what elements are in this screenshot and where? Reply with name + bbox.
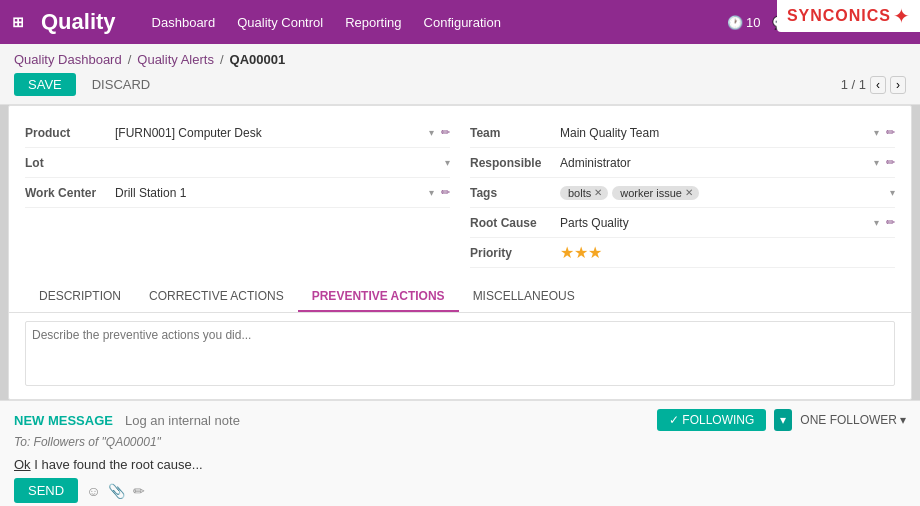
workcenter-field-row: Work Center Drill Station 1 ▾ ✏ [25,178,450,208]
team-edit-icon[interactable]: ✏ [886,126,895,139]
product-edit-icon[interactable]: ✏ [441,126,450,139]
responsible-value-wrapper: Administrator ▾ ✏ [560,156,895,170]
tags-dropdown-icon[interactable]: ▾ [890,187,895,198]
responsible-dropdown-icon[interactable]: ▾ [874,157,879,168]
rootcause-field-row: Root Cause Parts Quality ▾ ✏ [470,208,895,238]
one-follower-label: ONE FOLLOWER [800,413,897,427]
breadcrumb: Quality Dashboard / Quality Alerts / QA0… [0,44,920,67]
team-dropdown-icon[interactable]: ▾ [874,127,879,138]
log-note-button[interactable]: Log an internal note [125,413,240,428]
attachment-icon[interactable]: 📎 [108,483,125,499]
message-input-area: Ok I have found the root cause... [14,457,906,472]
rootcause-label: Root Cause [470,216,560,230]
lot-label: Lot [25,156,115,170]
workcenter-edit-icon[interactable]: ✏ [441,186,450,199]
send-bar: SEND ☺ 📎 ✏ [14,478,906,503]
grid-icon: ⊞ [12,14,23,30]
breadcrumb-parent[interactable]: Quality Alerts [137,52,214,67]
discard-button[interactable]: DISCARD [84,73,159,96]
breadcrumb-sep1: / [128,52,132,67]
breadcrumb-sep2: / [220,52,224,67]
tags-value-wrapper: bolts ✕ worker issue ✕ ▾ [560,186,895,200]
lot-field-row: Lot ▾ [25,148,450,178]
logo-black: SYNCON [787,7,861,24]
priority-value-wrapper: ★★★ [560,243,895,262]
one-follower-button[interactable]: ONE FOLLOWER ▾ [800,413,906,427]
next-button[interactable]: › [890,76,906,94]
message-text-body: I have found the root cause... [31,457,203,472]
tab-corrective-actions[interactable]: CORRECTIVE ACTIONS [135,282,298,312]
logo-red: ICS [861,7,891,24]
preventive-actions-textarea[interactable] [25,321,895,386]
tab-miscellaneous[interactable]: MISCELLANEOUS [459,282,589,312]
form-right: Team Main Quality Team ▾ ✏ Responsible A… [470,118,895,268]
breadcrumb-current: QA00001 [230,52,286,67]
tag-bolts-remove[interactable]: ✕ [594,187,602,198]
team-label: Team [470,126,560,140]
lot-dropdown-icon[interactable]: ▾ [445,157,450,168]
priority-field-row: Priority ★★★ [470,238,895,268]
logo: SYNCONICS ✦ [777,0,920,32]
team-value: Main Quality Team [560,126,659,140]
rootcause-edit-icon[interactable]: ✏ [886,216,895,229]
following-dropdown[interactable]: ▾ [774,409,792,431]
responsible-edit-icon[interactable]: ✏ [886,156,895,169]
form-section: Product [FURN001] Computer Desk ▾ ✏ Lot … [9,106,911,276]
action-bar: SAVE DISCARD 1 / 1 ‹ › [0,67,920,104]
notif-count: 10 [746,15,760,30]
new-message-button[interactable]: NEW MESSAGE [14,413,113,428]
tag-worker-issue: worker issue ✕ [612,186,699,200]
workcenter-label: Work Center [25,186,115,200]
logo-text: SYNCONICS [787,7,891,25]
tabs: DESCRIPTION CORRECTIVE ACTIONS PREVENTIV… [9,278,911,313]
save-button[interactable]: SAVE [14,73,76,96]
send-button[interactable]: SEND [14,478,78,503]
logo-icon: ✦ [893,4,910,28]
tags-field-row: Tags bolts ✕ worker issue ✕ ▾ [470,178,895,208]
workcenter-dropdown-icon[interactable]: ▾ [429,187,434,198]
emoji-icon[interactable]: ☺ [86,483,100,499]
notification-badge[interactable]: 🕐 10 [727,15,760,30]
rootcause-dropdown-icon[interactable]: ▾ [874,217,879,228]
tag-worker-issue-label: worker issue [620,187,682,199]
message-text: Ok I have found the root cause... [14,457,203,472]
message-text-prefix: Ok [14,457,31,472]
nav-quality-control[interactable]: Quality Control [227,11,333,34]
pagination: 1 / 1 ‹ › [841,76,906,94]
rootcause-value-wrapper: Parts Quality ▾ ✏ [560,216,895,230]
pagination-text: 1 / 1 [841,77,866,92]
form-left: Product [FURN001] Computer Desk ▾ ✏ Lot … [25,118,450,268]
breadcrumb-home[interactable]: Quality Dashboard [14,52,122,67]
workcenter-value: Drill Station 1 [115,186,186,200]
nav-menu: Dashboard Quality Control Reporting Conf… [142,11,511,34]
priority-label: Priority [470,246,560,260]
tab-content [9,313,911,399]
workcenter-value-wrapper: Drill Station 1 ▾ ✏ [115,186,450,200]
tag-bolts-label: bolts [568,187,591,199]
lot-value-wrapper[interactable]: ▾ [115,157,450,168]
tag-worker-issue-remove[interactable]: ✕ [685,187,693,198]
tab-preventive-actions[interactable]: PREVENTIVE ACTIONS [298,282,459,312]
message-area: NEW MESSAGE Log an internal note ✓ FOLLO… [0,400,920,506]
product-dropdown-icon[interactable]: ▾ [429,127,434,138]
responsible-value: Administrator [560,156,631,170]
prev-button[interactable]: ‹ [870,76,886,94]
product-field-row: Product [FURN001] Computer Desk ▾ ✏ [25,118,450,148]
rootcause-value: Parts Quality [560,216,629,230]
product-value-wrapper: [FURN001] Computer Desk ▾ ✏ [115,126,450,140]
tags-label: Tags [470,186,560,200]
edit-icon[interactable]: ✏ [133,483,145,499]
tab-description[interactable]: DESCRIPTION [25,282,135,312]
app-icon: ⊞ [12,14,23,30]
msg-right: ✓ FOLLOWING ▾ ONE FOLLOWER ▾ [657,409,906,431]
main-content: Product [FURN001] Computer Desk ▾ ✏ Lot … [8,105,912,400]
priority-stars[interactable]: ★★★ [560,243,602,262]
tag-bolts: bolts ✕ [560,186,608,200]
nav-configuration[interactable]: Configuration [414,11,511,34]
nav-dashboard[interactable]: Dashboard [142,11,226,34]
clock-icon: 🕐 [727,15,743,30]
team-value-wrapper: Main Quality Team ▾ ✏ [560,126,895,140]
following-button[interactable]: ✓ FOLLOWING [657,409,766,431]
nav-reporting[interactable]: Reporting [335,11,411,34]
app-title: Quality [41,9,116,35]
